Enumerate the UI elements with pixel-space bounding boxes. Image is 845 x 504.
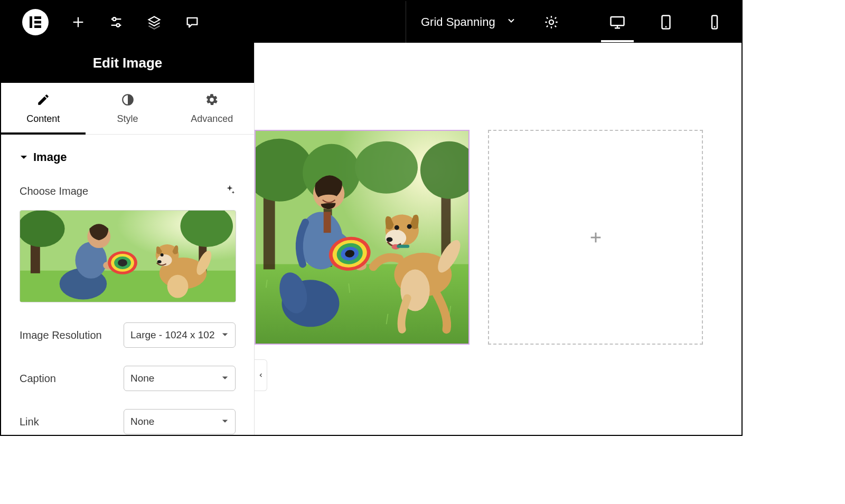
- svg-rect-1: [34, 16, 41, 19]
- chevron-down-icon[interactable]: [506, 15, 517, 29]
- caption-select[interactable]: None: [124, 366, 236, 391]
- section-title: Image: [33, 150, 67, 164]
- top-bar: Grid Spanning: [1, 1, 741, 43]
- section-header-image[interactable]: Image: [20, 150, 236, 164]
- tab-style-label: Style: [117, 113, 138, 125]
- tab-style[interactable]: Style: [86, 83, 170, 134]
- pencil-icon: [36, 93, 50, 109]
- svg-point-79: [387, 237, 393, 242]
- resolution-select[interactable]: Large - 1024 x 102: [124, 322, 236, 348]
- link-value: None: [130, 416, 154, 427]
- elementor-logo[interactable]: [22, 9, 49, 35]
- canvas-image-widget[interactable]: [255, 130, 470, 345]
- svg-marker-19: [21, 156, 27, 159]
- svg-point-36: [167, 275, 189, 298]
- svg-point-53: [355, 141, 418, 194]
- caption-value: None: [130, 373, 154, 384]
- contrast-icon: [121, 93, 135, 109]
- divider: [406, 1, 406, 43]
- ai-sparkle-icon[interactable]: [224, 184, 236, 198]
- add-widget-placeholder[interactable]: [488, 130, 703, 345]
- svg-rect-0: [30, 16, 32, 28]
- svg-point-40: [157, 260, 162, 263]
- image-preview[interactable]: [20, 210, 236, 302]
- sidebar-title: Edit Image: [1, 43, 254, 83]
- collapse-sidebar-handle[interactable]: [255, 359, 267, 391]
- svg-rect-66: [324, 212, 331, 233]
- resolution-label: Image Resolution: [20, 329, 102, 341]
- editor-sidebar: Edit Image Content Style Advanced: [1, 43, 255, 435]
- svg-point-78: [407, 224, 412, 229]
- link-select[interactable]: None: [124, 409, 236, 434]
- svg-rect-11: [611, 17, 624, 25]
- caret-down-icon: [221, 329, 229, 341]
- caption-label: Caption: [20, 373, 56, 385]
- svg-point-77: [395, 225, 399, 230]
- structure-icon[interactable]: [146, 14, 163, 31]
- page-title-dropdown[interactable]: Grid Spanning: [421, 15, 495, 29]
- svg-rect-2: [34, 21, 41, 23]
- svg-marker-44: [222, 420, 228, 422]
- device-desktop-button[interactable]: [606, 11, 628, 33]
- caret-down-icon: [221, 373, 229, 384]
- svg-marker-42: [222, 333, 228, 336]
- device-mobile-button[interactable]: [703, 11, 726, 33]
- svg-rect-3: [34, 25, 41, 28]
- comment-icon[interactable]: [184, 14, 201, 31]
- page-settings-icon[interactable]: [543, 14, 560, 31]
- settings-sliders-icon[interactable]: [108, 14, 125, 31]
- tab-content-label: Content: [26, 113, 60, 125]
- svg-point-39: [161, 253, 164, 256]
- caret-down-icon: [221, 416, 229, 427]
- canvas[interactable]: [255, 43, 741, 435]
- tab-content[interactable]: Content: [1, 83, 86, 134]
- add-element-icon[interactable]: [70, 14, 87, 31]
- tabs: Content Style Advanced: [1, 83, 254, 135]
- svg-point-7: [113, 17, 116, 21]
- device-tablet-button[interactable]: [655, 11, 677, 33]
- choose-image-label: Choose Image: [20, 185, 88, 197]
- gear-icon: [205, 93, 219, 109]
- svg-rect-81: [397, 245, 409, 248]
- tab-advanced[interactable]: Advanced: [170, 83, 254, 134]
- svg-point-34: [118, 259, 127, 267]
- link-label: Link: [20, 416, 39, 428]
- tab-advanced-label: Advanced: [191, 113, 233, 125]
- svg-point-10: [549, 20, 553, 24]
- svg-marker-43: [222, 376, 228, 379]
- resolution-value: Large - 1024 x 102: [130, 329, 215, 341]
- svg-point-9: [117, 23, 120, 26]
